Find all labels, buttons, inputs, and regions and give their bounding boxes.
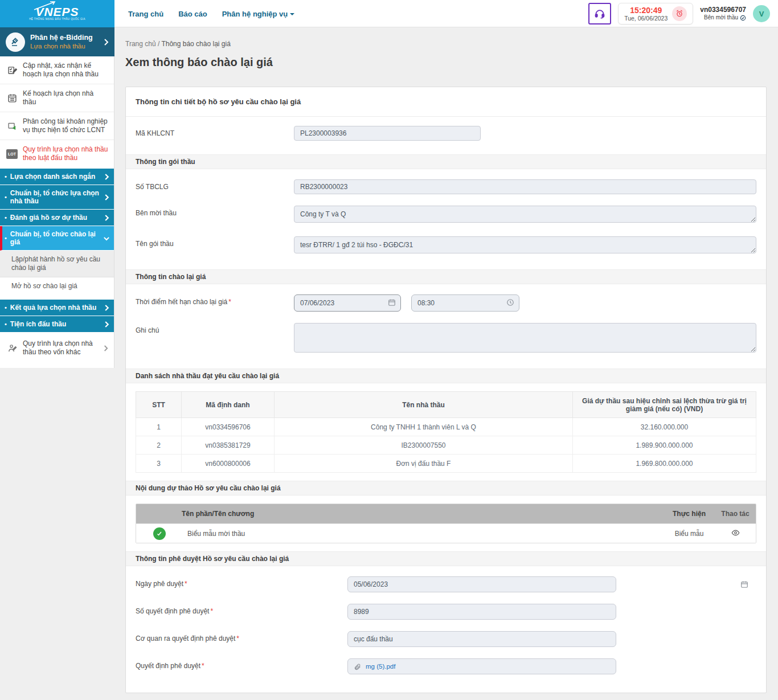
- ghi-chu-textarea[interactable]: [294, 323, 756, 353]
- sidebar-subitem-open-requote[interactable]: Mở hồ sơ chào lại giá: [0, 277, 114, 295]
- section-phe-duyet-title: Thông tin phê duyệt Hồ sơ yêu cầu chào l…: [126, 551, 766, 566]
- page-title: Xem thông báo chào lại giá: [125, 56, 767, 69]
- eye-icon: [731, 529, 740, 537]
- cell-stt: 3: [136, 455, 182, 473]
- nav-home[interactable]: Trang chủ: [128, 10, 163, 18]
- gavel-icon: [6, 32, 25, 52]
- support-headset-button[interactable]: [588, 3, 611, 24]
- sidebar-item-prepare-requote[interactable]: Chuẩn bị, tổ chức chào lại giá: [0, 226, 114, 251]
- label-quyet-dinh-file: Quyết định phê duyệt*: [136, 658, 347, 670]
- lot-icon: LOT: [6, 149, 18, 159]
- required-mark: *: [228, 298, 231, 306]
- ben-moi-thau-textarea[interactable]: Công ty T và Q: [294, 206, 756, 223]
- sidebar-item-update-confirm-plan[interactable]: Cập nhật, xác nhận kế hoạch lựa chọn nhà…: [0, 56, 114, 84]
- decision-file-link[interactable]: mg (5).pdf: [366, 663, 395, 670]
- sidebar-module-header[interactable]: Phân hệ e-Bidding Lựa chọn nhà thầu: [0, 27, 114, 56]
- sidebar-item-label: Quy trình lựa chọn nhà thầu theo luật đấ…: [23, 145, 108, 162]
- sidebar-item-plan[interactable]: Kế hoạch lựa chọn nhà thầu: [0, 84, 114, 112]
- detail-card: Thông tin chi tiết bộ hồ sơ yêu cầu chào…: [125, 87, 767, 693]
- contractor-table: STT Mã định danh Tên nhà thầu Giá dự thầ…: [136, 391, 756, 473]
- nav-modules[interactable]: Phân hệ nghiệp vụ: [222, 10, 295, 18]
- cell-price: 1.989.900.000.000: [573, 436, 756, 455]
- view-button[interactable]: [731, 529, 740, 537]
- cell-code: vn0334596706: [182, 418, 275, 436]
- required-mark: *: [185, 580, 187, 588]
- bullet-icon: [5, 214, 7, 222]
- logo-swoosh-icon: [33, 1, 56, 10]
- alarm-clock-icon[interactable]: [672, 6, 687, 21]
- bullet-icon: [5, 234, 7, 242]
- top-header: VNEPS HỆ THỐNG MẠNG ĐẤU THẦU QUỐC GIA Tr…: [0, 0, 778, 27]
- draft-row: Biểu mẫu mời thầu Biểu mẫu: [136, 523, 756, 543]
- sidebar-item-prepare-organize-selection[interactable]: Chuẩn bị, tổ chức lựa chọn nhà thầu: [0, 185, 114, 210]
- section-chao-lai-gia-title: Thông tin chào lại giá: [126, 269, 766, 284]
- breadcrumb-separator: /: [158, 40, 159, 48]
- table-row: 2 vn0385381729 IB2300007550 1.989.900.00…: [136, 436, 756, 455]
- so-tbclg-input[interactable]: [294, 179, 756, 194]
- chevron-right-icon: [104, 305, 109, 311]
- bullet-icon: [5, 193, 7, 201]
- chevron-right-icon: [104, 215, 109, 221]
- sidebar-subitem-create-issue-requote[interactable]: Lập/phát hành hồ sơ yêu cầu chào lại giá: [0, 251, 114, 277]
- ngay-phe-duyet-input[interactable]: [347, 576, 616, 592]
- user-role: Bên mời thầu: [700, 14, 746, 22]
- label-ma-khlcnt: Mã KHLCNT: [136, 126, 294, 137]
- label-ben-moi-thau: Bên mời thầu: [136, 206, 294, 217]
- sidebar-item-evaluate-bids[interactable]: Đánh giá hồ sơ dự thầu: [0, 210, 114, 226]
- calendar-list-icon: [6, 93, 18, 103]
- deadline-time-input[interactable]: [411, 294, 519, 312]
- ma-khlcnt-input[interactable]: [294, 126, 481, 141]
- check-circle-icon: [153, 527, 166, 540]
- paperclip-icon: [354, 663, 361, 670]
- draft-section-name: Biểu mẫu mời thầu: [187, 530, 245, 538]
- draft-content-table: Tên phần/Tên chương Thực hiện Thao tác B…: [136, 503, 756, 543]
- col-header-price: Giá dự thầu sau hiệu chỉnh sai lệch thừa…: [573, 392, 756, 418]
- label-co-quan: Cơ quan ra quyết định phê duyệt*: [136, 631, 347, 642]
- section-goi-thau-title: Thông tin gói thầu: [126, 154, 766, 169]
- nav-reports[interactable]: Báo cáo: [178, 10, 207, 18]
- module-subtitle: Lựa chọn nhà thầu: [30, 42, 98, 50]
- sidebar-item-selection-results[interactable]: Kết quả lựa chọn nhà thầu: [0, 300, 114, 316]
- label-ten-goi-thau: Tên gói thầu: [136, 236, 294, 248]
- cell-name: Công ty TNHH 1 thành viên L và Q: [275, 418, 573, 436]
- co-quan-input[interactable]: [347, 631, 616, 647]
- cell-stt: 2: [136, 436, 182, 455]
- breadcrumb-home[interactable]: Trang chủ: [125, 40, 156, 48]
- sidebar-item-process-bidding-law[interactable]: LOT Quy trình lựa chọn nhà thầu theo luậ…: [0, 140, 114, 167]
- cell-code: vn0385381729: [182, 436, 275, 455]
- caret-down-icon: [290, 13, 294, 15]
- sidebar-item-label: Cập nhật, xác nhận kế hoạch lựa chọn nhà…: [23, 62, 108, 79]
- sidebar-item-process-other-capital[interactable]: Quy trình lựa chọn nhà thầu theo vốn khá…: [0, 333, 114, 363]
- decision-file-field: mg (5).pdf: [347, 658, 616, 674]
- bullet-icon: [5, 320, 7, 328]
- assign-account-icon: [6, 121, 18, 131]
- ten-goi-thau-textarea[interactable]: tesr ĐTRR/ 1 gđ 2 túi hso - ĐGĐC/31: [294, 236, 756, 253]
- table-row: 3 vn6000800006 Đơn vị đấu thầu F 1.969.8…: [136, 455, 756, 473]
- sidebar-item-assign-accounts[interactable]: Phân công tài khoản nghiệp vụ thực hiện …: [0, 112, 114, 140]
- sidebar-item-label: Kế hoạch lựa chọn nhà thầu: [23, 89, 108, 107]
- breadcrumb-current: Thông báo chào lại giá: [161, 40, 230, 48]
- col-header-section-name: Tên phần/Tên chương: [136, 510, 664, 518]
- required-mark: *: [210, 607, 213, 615]
- label-ghi-chu: Ghi chú: [136, 323, 294, 334]
- checklist-edit-icon: [6, 66, 18, 75]
- chevron-right-icon: [104, 194, 109, 200]
- cell-name: IB2300007550: [275, 436, 573, 455]
- cell-price: 32.160.000.000: [573, 418, 756, 436]
- chevron-right-icon: [103, 345, 108, 351]
- vneps-logo[interactable]: VNEPS HỆ THỐNG MẠNG ĐẤU THẦU QUỐC GIA: [0, 0, 114, 27]
- chevron-right-icon: [104, 321, 109, 328]
- headset-icon: [594, 8, 605, 19]
- cell-stt: 1: [136, 418, 182, 436]
- sidebar-item-bidding-utilities[interactable]: Tiện ích đấu thầu: [0, 316, 114, 333]
- sidebar-item-label: Quy trình lựa chọn nhà thầu theo vốn khá…: [23, 339, 99, 357]
- user-info[interactable]: vn0334596707 Bên mời thầu: [700, 6, 746, 22]
- clock-date: Tue, 06/06/2023: [624, 15, 668, 22]
- sidebar-item-shortlist[interactable]: Lựa chọn danh sách ngắn: [0, 169, 114, 185]
- cell-price: 1.969.800.000.000: [573, 455, 756, 473]
- so-quyet-dinh-input[interactable]: [347, 604, 616, 620]
- deadline-date-input[interactable]: [294, 294, 401, 312]
- avatar[interactable]: V: [753, 5, 770, 22]
- draft-exec-link[interactable]: Biểu mẫu: [664, 530, 715, 538]
- required-mark: *: [236, 634, 239, 642]
